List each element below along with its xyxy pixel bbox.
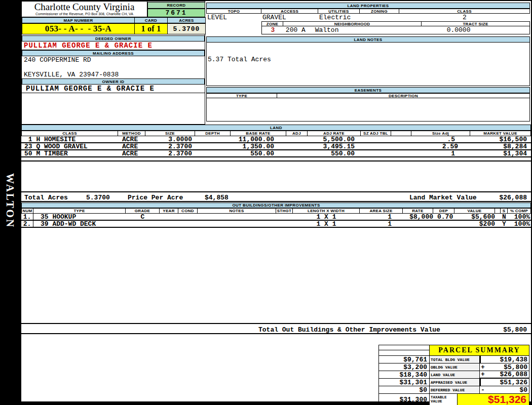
address-line-1: 240 COPPERMINE RD [22, 56, 205, 64]
price-per-acre-label: Price Per Acre [128, 194, 183, 201]
ob-row-notes [198, 214, 276, 220]
land-row-size: 3.0000 [145, 136, 195, 142]
deeded-owner-value: PULLIAM GEORGE E & GRACIE E [22, 42, 205, 50]
land-table-row: 1 H HOMESITE ACRE 3.0000 11,000.00 5,500… [21, 136, 531, 143]
taxable-prior-value: $31,300 [379, 394, 430, 405]
land-table-row: 50 M TIMBER ACRE 2.3700 550.00 550.00 1 … [21, 150, 531, 157]
land-table-column-headers: CLASS METHOD SIZE DEPTH BASE RATE ADJ AD… [21, 131, 531, 136]
tract-size-column-header: TRACT SIZE [422, 21, 530, 26]
summary-label: LAND VALUE [430, 371, 479, 379]
taxable-value-final: $51,326 [458, 394, 529, 405]
land-row-depth [195, 136, 231, 142]
acres-label: ACRES [168, 17, 206, 23]
zone-values: 3 200 A Walton 0.0000 [261, 26, 530, 34]
ob-row-year [160, 221, 178, 227]
land-col-size: SIZE [145, 131, 195, 136]
ob-row-s: N [501, 214, 508, 220]
land-row-size-adj: 1 [411, 150, 470, 156]
land-row-adj [286, 150, 308, 156]
summary-label: APPRAISED VALUE [430, 379, 479, 386]
land-col-method: METHOD [118, 131, 145, 136]
ob-row-comp: 100% [508, 221, 531, 227]
summary-value: $51,326 [489, 379, 529, 386]
zoning-column-header: ZONING [360, 9, 399, 14]
ob-row-type: 35 HOOKUP [33, 214, 126, 220]
summary-prior-value: $3,200 [379, 363, 430, 371]
summary-sign: + [480, 363, 488, 371]
ob-col-notes: NOTES [198, 208, 276, 214]
mailing-address-block: 240 COPPERMINE RD KEYSVILLE, VA 23947-08… [22, 56, 205, 78]
left-panel: Charlotte County Virginia Commissioner o… [21, 1, 205, 125]
easements-header: EASEMENTS [206, 87, 530, 93]
summary-sign [481, 379, 489, 386]
ob-row-year [160, 214, 178, 220]
ob-row-length-width: 1 X 1 [293, 221, 360, 227]
ob-row-grade [126, 221, 160, 227]
land-row-method: ACRE [118, 150, 145, 156]
land-row-size-adj: .5 [411, 136, 470, 142]
land-row-size-adj: 2.59 [411, 143, 470, 149]
land-row-size: 2.3700 [145, 143, 195, 149]
summary-sign: + [480, 371, 488, 378]
ob-col-area-size: AREA SIZE [360, 208, 403, 214]
land-note-text: 5.37 Total Acres [207, 43, 529, 63]
ob-col-spacer [495, 208, 501, 214]
ob-col-comp: % COMP [508, 208, 531, 214]
access-value: GRAVEL [261, 14, 318, 21]
ob-col-num: NUM [21, 208, 33, 214]
zone-column-header: ZONE [261, 21, 283, 26]
land-row-market-value: $8,284 [470, 143, 531, 149]
land-row-spacer [391, 143, 411, 149]
ob-row-spacer [495, 214, 501, 220]
summary-prior-value: $18,340 [379, 371, 430, 379]
land-row-class: 50 M TIMBER [21, 150, 118, 156]
access-column-header: ACCESS [261, 9, 318, 14]
ob-col-year: YEAR [160, 208, 178, 214]
mailing-address-header: MAILING ADDRESS [22, 50, 205, 56]
land-section-header: LAND [21, 125, 531, 131]
land-totals-row: Total Acres 5.3700 Price Per Acre $4,858… [21, 191, 531, 202]
right-panel: LAND PROPERTIES TOPO ACCESS UTILITIES ZO… [205, 1, 531, 125]
summary-row: $9,761 TOTAL BLDG VALUE $19,438 [379, 356, 529, 363]
neighborhood-value: Walton [312, 26, 388, 34]
land-col-base-rate: BASE RATE [231, 131, 286, 136]
ob-col-value: VALUE [454, 208, 495, 214]
property-record-card: Charlotte County Virginia Commissioner o… [21, 1, 531, 401]
easement-type-column-header: TYPE [206, 93, 277, 98]
summary-label: TOTAL BLDG VALUE [430, 356, 479, 363]
class-value: 2 [399, 14, 530, 21]
land-row-adj-rate: 5,500.00 [308, 136, 361, 142]
ob-row: 1. 35 HOOKUP C 1 X 1 1 $8,000 0.70 $5,60… [21, 214, 531, 221]
easements-column-headers: TYPE DESCRIPTION [206, 93, 530, 98]
land-col-adj: ADJ [286, 131, 308, 136]
ob-row-cond [178, 214, 198, 220]
land-row-sz-adj-tbl [361, 150, 391, 156]
ob-row-s: Y [501, 221, 508, 227]
zone-area-value: 200 A [284, 26, 312, 34]
utilities-column-header: UTILITIES [318, 9, 360, 14]
ob-row-area-size: 1 [360, 214, 403, 220]
summary-label: DEFERRED VALUE [430, 386, 479, 394]
topo-value: LEVEL [206, 14, 261, 21]
owner-id-value: PULLIAM GEORGE E & GRACIE E [22, 85, 205, 93]
taxable-row: $31,300 TAXABLE VALUE $51,326 [379, 394, 529, 405]
land-row-sz-adj-tbl [361, 136, 391, 142]
summary-prior-value: $31,301 [379, 379, 430, 386]
ob-row-dep: 0.70 [433, 214, 454, 220]
acres-value: 5.3700 [168, 23, 206, 34]
summary-row: $3,200 OBLDG VALUE + $5,800 [379, 363, 529, 371]
land-col-depth: DEPTH [195, 131, 231, 136]
ob-row-grade: C [126, 214, 160, 220]
ob-row-area-size: 1 [360, 221, 403, 227]
land-table-row: 23 Q WOOD GRAVEL ACRE 2.3700 1,350.00 3,… [21, 143, 531, 150]
address-line-2: KEYSVILLE, VA 23947-0838 [22, 71, 205, 78]
ob-row-dep [433, 221, 454, 227]
ob-row-spacer [495, 221, 501, 227]
county-header-box: Charlotte County Virginia Commissioner o… [22, 2, 147, 17]
land-row-method: ACRE [118, 143, 145, 149]
land-col-spacer [391, 131, 411, 136]
ob-row-value: $200 [454, 221, 495, 227]
ob-total-value: $5,800 [503, 326, 527, 334]
sidebar-strip: WALTON [0, 0, 21, 405]
ob-row-num: 2. [21, 221, 33, 227]
